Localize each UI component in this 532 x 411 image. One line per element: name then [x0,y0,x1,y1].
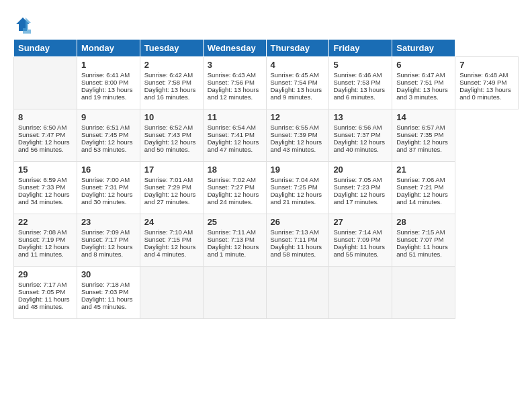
day-info-line: Sunrise: 6:56 AM [333,124,388,131]
day-info-line: Sunset: 7:19 PM [18,236,73,243]
day-info-line: Sunset: 7:45 PM [81,131,136,138]
header-sunday: Sunday [14,40,77,57]
week-row-1: 8Sunrise: 6:50 AMSunset: 7:47 PMDaylight… [14,109,519,162]
calendar-cell [203,267,266,319]
day-number: 15 [18,165,73,175]
day-info-line: and 17 minutes. [333,198,388,205]
day-info-line: Daylight: 12 hours [271,191,325,198]
day-number: 19 [271,165,325,175]
day-number: 13 [333,112,388,122]
calendar-cell: 16Sunrise: 7:00 AMSunset: 7:31 PMDayligh… [77,162,140,214]
day-info-line: Daylight: 12 hours [144,138,199,146]
day-info-line: Sunrise: 6:42 AM [144,71,199,79]
calendar-cell [140,267,203,319]
day-info-line: Sunset: 7:03 PM [81,288,136,295]
day-info-line: and 34 minutes. [18,198,73,205]
day-info-line: and 45 minutes. [81,303,136,310]
day-info-line: Sunrise: 6:50 AM [18,124,73,131]
day-info-line: Sunrise: 6:55 AM [271,124,325,131]
header-area [13,12,519,34]
day-info-line: and 40 minutes. [333,146,388,153]
day-info-line: and 9 minutes. [271,93,325,101]
day-info-line: Sunrise: 7:15 AM [396,228,451,236]
day-info-line: Sunset: 7:53 PM [333,79,388,86]
calendar-cell: 30Sunrise: 7:18 AMSunset: 7:03 PMDayligh… [77,267,140,319]
header-row: SundayMondayTuesdayWednesdayThursdayFrid… [14,40,519,57]
day-info-line: and 16 minutes. [144,93,199,101]
day-info-line: Sunset: 7:31 PM [81,183,136,191]
calendar-cell: 23Sunrise: 7:09 AMSunset: 7:17 PMDayligh… [77,214,140,267]
week-row-2: 15Sunrise: 6:59 AMSunset: 7:33 PMDayligh… [14,162,519,214]
day-info-line: Sunrise: 7:05 AM [333,176,388,183]
day-info-line: Daylight: 12 hours [81,191,136,198]
logo-icon [13,15,32,34]
day-number: 18 [208,165,262,175]
day-info-line: and 43 minutes. [271,146,325,153]
day-info-line: Sunset: 7:09 PM [333,236,388,243]
calendar-cell: 11Sunrise: 6:54 AMSunset: 7:41 PMDayligh… [203,109,266,162]
day-info-line: Sunset: 7:15 PM [144,236,199,243]
day-info-line: Sunset: 7:05 PM [18,288,73,295]
day-info-line: Daylight: 12 hours [208,138,262,146]
calendar-cell: 29Sunrise: 7:17 AMSunset: 7:05 PMDayligh… [14,267,77,319]
calendar-cell: 6Sunrise: 6:47 AMSunset: 7:51 PMDaylight… [392,57,455,109]
day-info-line: Sunrise: 7:09 AM [81,228,136,236]
day-info-line: and 0 minutes. [459,93,514,101]
day-info-line: Sunset: 7:25 PM [271,183,325,191]
calendar-cell: 21Sunrise: 7:06 AMSunset: 7:21 PMDayligh… [392,162,455,214]
day-info-line: Sunset: 7:17 PM [81,236,136,243]
calendar-cell: 13Sunrise: 6:56 AMSunset: 7:37 PMDayligh… [329,109,392,162]
day-info-line: Sunrise: 7:18 AM [81,281,136,288]
day-number: 3 [208,60,262,70]
calendar-cell: 28Sunrise: 7:15 AMSunset: 7:07 PMDayligh… [392,214,455,267]
day-info-line: Sunrise: 7:10 AM [144,228,199,236]
day-number: 26 [271,217,325,227]
day-info-line: and 48 minutes. [18,303,73,310]
day-number: 16 [81,165,136,175]
day-info-line: Daylight: 12 hours [333,191,388,198]
day-info-line: and 55 minutes. [333,250,388,258]
day-info-line: Daylight: 12 hours [396,138,451,146]
day-info-line: Sunrise: 7:11 AM [208,228,262,236]
calendar-cell: 27Sunrise: 7:14 AMSunset: 7:09 PMDayligh… [329,214,392,267]
day-info-line: and 19 minutes. [81,93,136,101]
day-info-line: Daylight: 12 hours [81,138,136,146]
day-number: 7 [459,60,514,70]
day-info-line: Daylight: 11 hours [333,243,388,250]
calendar-cell: 19Sunrise: 7:04 AMSunset: 7:25 PMDayligh… [266,162,329,214]
day-info-line: Daylight: 12 hours [18,243,73,250]
calendar-cell: 12Sunrise: 6:55 AMSunset: 7:39 PMDayligh… [266,109,329,162]
day-info-line: Sunset: 7:29 PM [144,183,199,191]
day-info-line: Sunset: 7:49 PM [459,79,514,86]
day-info-line: Daylight: 11 hours [396,243,451,250]
calendar-cell: 8Sunrise: 6:50 AMSunset: 7:47 PMDaylight… [14,109,77,162]
day-info-line: Sunrise: 7:14 AM [333,228,388,236]
day-info-line: Sunrise: 7:02 AM [208,176,262,183]
day-info-line: and 37 minutes. [396,146,451,153]
day-info-line: Daylight: 12 hours [208,243,262,250]
day-info-line: and 12 minutes. [208,93,262,101]
day-number: 28 [396,217,451,227]
day-info-line: Daylight: 12 hours [81,243,136,250]
main-container: SundayMondayTuesdayWednesdayThursdayFrid… [0,0,532,326]
day-info-line: and 47 minutes. [208,146,262,153]
header-thursday: Thursday [266,40,329,57]
day-number: 12 [271,112,325,122]
day-info-line: and 4 minutes. [144,250,199,258]
day-number: 11 [208,112,262,122]
day-info-line: Sunrise: 7:13 AM [271,228,325,236]
day-info-line: and 11 minutes. [18,250,73,258]
calendar-cell [329,267,392,319]
calendar-cell: 4Sunrise: 6:45 AMSunset: 7:54 PMDaylight… [266,57,329,109]
day-info-line: Sunrise: 7:08 AM [18,228,73,236]
day-info-line: Daylight: 13 hours [81,86,136,93]
day-info-line: Sunset: 7:23 PM [333,183,388,191]
day-info-line: Sunset: 7:13 PM [208,236,262,243]
day-info-line: Sunset: 7:39 PM [271,131,325,138]
calendar-cell: 17Sunrise: 7:01 AMSunset: 7:29 PMDayligh… [140,162,203,214]
calendar-cell: 1Sunrise: 6:41 AMSunset: 8:00 PMDaylight… [77,57,140,109]
day-info-line: Daylight: 13 hours [396,86,451,93]
calendar-cell: 22Sunrise: 7:08 AMSunset: 7:19 PMDayligh… [14,214,77,267]
day-info-line: Sunrise: 6:52 AM [144,124,199,131]
day-info-line: Daylight: 13 hours [271,86,325,93]
